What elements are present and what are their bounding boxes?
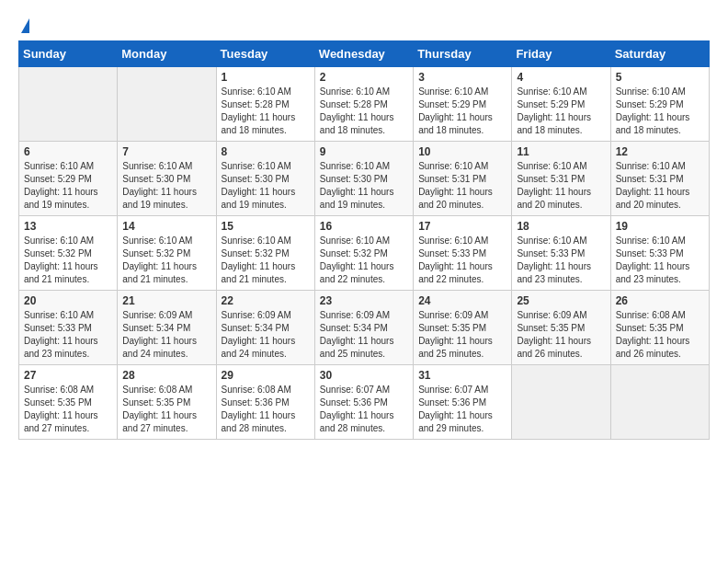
day-number: 16 xyxy=(320,220,408,233)
day-number: 19 xyxy=(616,220,704,233)
day-info: Sunrise: 6:10 AM Sunset: 5:29 PM Dayligh… xyxy=(418,86,506,137)
calendar-cell: 10Sunrise: 6:10 AM Sunset: 5:31 PM Dayli… xyxy=(414,142,512,216)
day-number: 28 xyxy=(122,369,210,382)
day-number: 4 xyxy=(517,71,605,84)
weekday-header-saturday: Saturday xyxy=(610,41,709,67)
calendar-cell xyxy=(512,365,610,440)
day-info: Sunrise: 6:09 AM Sunset: 5:34 PM Dayligh… xyxy=(222,309,310,361)
calendar-cell: 11Sunrise: 6:10 AM Sunset: 5:31 PM Dayli… xyxy=(512,142,610,216)
day-number: 25 xyxy=(517,294,605,307)
day-number: 18 xyxy=(517,220,605,233)
day-number: 3 xyxy=(418,71,506,84)
day-number: 30 xyxy=(320,369,408,382)
day-number: 6 xyxy=(24,145,112,158)
weekday-header-row: SundayMondayTuesdayWednesdayThursdayFrid… xyxy=(19,41,710,67)
calendar-cell: 7Sunrise: 6:10 AM Sunset: 5:30 PM Daylig… xyxy=(118,142,216,216)
day-info: Sunrise: 6:10 AM Sunset: 5:31 PM Dayligh… xyxy=(616,160,704,212)
calendar-week-3: 13Sunrise: 6:10 AM Sunset: 5:32 PM Dayli… xyxy=(19,216,710,291)
day-number: 23 xyxy=(320,294,408,307)
logo-arrow-icon xyxy=(21,18,29,33)
calendar-week-4: 20Sunrise: 6:10 AM Sunset: 5:33 PM Dayli… xyxy=(19,291,710,365)
day-number: 13 xyxy=(24,220,112,233)
day-info: Sunrise: 6:09 AM Sunset: 5:34 PM Dayligh… xyxy=(122,309,210,361)
day-info: Sunrise: 6:08 AM Sunset: 5:35 PM Dayligh… xyxy=(122,384,210,435)
calendar-cell: 30Sunrise: 6:07 AM Sunset: 5:36 PM Dayli… xyxy=(314,365,413,440)
day-info: Sunrise: 6:10 AM Sunset: 5:33 PM Dayligh… xyxy=(24,309,112,361)
calendar-cell: 9Sunrise: 6:10 AM Sunset: 5:30 PM Daylig… xyxy=(314,142,413,216)
calendar-cell: 27Sunrise: 6:08 AM Sunset: 5:35 PM Dayli… xyxy=(19,365,118,440)
day-number: 27 xyxy=(24,369,112,382)
day-number: 22 xyxy=(222,294,310,307)
calendar-cell: 1Sunrise: 6:10 AM Sunset: 5:28 PM Daylig… xyxy=(216,67,314,142)
day-number: 10 xyxy=(418,145,506,158)
page-header xyxy=(18,18,710,31)
day-info: Sunrise: 6:10 AM Sunset: 5:30 PM Dayligh… xyxy=(122,160,210,212)
day-number: 7 xyxy=(122,145,210,158)
calendar-cell xyxy=(610,365,709,440)
calendar-cell: 29Sunrise: 6:08 AM Sunset: 5:36 PM Dayli… xyxy=(216,365,314,440)
day-number: 8 xyxy=(222,145,310,158)
calendar-cell xyxy=(19,67,118,142)
day-info: Sunrise: 6:07 AM Sunset: 5:36 PM Dayligh… xyxy=(418,384,506,435)
weekday-header-wednesday: Wednesday xyxy=(314,41,413,67)
day-info: Sunrise: 6:08 AM Sunset: 5:35 PM Dayligh… xyxy=(24,384,112,435)
calendar-cell: 8Sunrise: 6:10 AM Sunset: 5:30 PM Daylig… xyxy=(216,142,314,216)
day-info: Sunrise: 6:10 AM Sunset: 5:32 PM Dayligh… xyxy=(122,235,210,286)
day-number: 24 xyxy=(418,294,506,307)
calendar-cell: 28Sunrise: 6:08 AM Sunset: 5:35 PM Dayli… xyxy=(118,365,216,440)
calendar-cell: 23Sunrise: 6:09 AM Sunset: 5:34 PM Dayli… xyxy=(314,291,413,365)
day-number: 2 xyxy=(320,71,408,84)
calendar-cell: 26Sunrise: 6:08 AM Sunset: 5:35 PM Dayli… xyxy=(610,291,709,365)
logo xyxy=(18,18,29,31)
calendar-cell: 31Sunrise: 6:07 AM Sunset: 5:36 PM Dayli… xyxy=(414,365,512,440)
calendar-cell: 15Sunrise: 6:10 AM Sunset: 5:32 PM Dayli… xyxy=(216,216,314,291)
day-info: Sunrise: 6:10 AM Sunset: 5:28 PM Dayligh… xyxy=(222,86,310,137)
day-info: Sunrise: 6:10 AM Sunset: 5:30 PM Dayligh… xyxy=(222,160,310,212)
day-number: 29 xyxy=(222,369,310,382)
day-number: 17 xyxy=(418,220,506,233)
weekday-header-thursday: Thursday xyxy=(414,41,512,67)
calendar-cell: 5Sunrise: 6:10 AM Sunset: 5:29 PM Daylig… xyxy=(610,67,709,142)
day-info: Sunrise: 6:09 AM Sunset: 5:35 PM Dayligh… xyxy=(418,309,506,361)
calendar-body: 1Sunrise: 6:10 AM Sunset: 5:28 PM Daylig… xyxy=(19,67,710,440)
calendar-cell: 24Sunrise: 6:09 AM Sunset: 5:35 PM Dayli… xyxy=(414,291,512,365)
day-info: Sunrise: 6:08 AM Sunset: 5:36 PM Dayligh… xyxy=(222,384,310,435)
day-info: Sunrise: 6:10 AM Sunset: 5:31 PM Dayligh… xyxy=(418,160,506,212)
weekday-header-friday: Friday xyxy=(512,41,610,67)
day-info: Sunrise: 6:10 AM Sunset: 5:33 PM Dayligh… xyxy=(616,235,704,286)
calendar-cell: 20Sunrise: 6:10 AM Sunset: 5:33 PM Dayli… xyxy=(19,291,118,365)
calendar-cell: 22Sunrise: 6:09 AM Sunset: 5:34 PM Dayli… xyxy=(216,291,314,365)
day-number: 11 xyxy=(517,145,605,158)
calendar-cell: 2Sunrise: 6:10 AM Sunset: 5:28 PM Daylig… xyxy=(314,67,413,142)
calendar-cell: 21Sunrise: 6:09 AM Sunset: 5:34 PM Dayli… xyxy=(118,291,216,365)
day-number: 20 xyxy=(24,294,112,307)
day-number: 9 xyxy=(320,145,408,158)
weekday-header-sunday: Sunday xyxy=(19,41,118,67)
day-number: 31 xyxy=(418,369,506,382)
day-info: Sunrise: 6:09 AM Sunset: 5:35 PM Dayligh… xyxy=(517,309,605,361)
day-info: Sunrise: 6:08 AM Sunset: 5:35 PM Dayligh… xyxy=(616,309,704,361)
calendar-cell: 12Sunrise: 6:10 AM Sunset: 5:31 PM Dayli… xyxy=(610,142,709,216)
day-info: Sunrise: 6:10 AM Sunset: 5:33 PM Dayligh… xyxy=(418,235,506,286)
calendar-cell: 4Sunrise: 6:10 AM Sunset: 5:29 PM Daylig… xyxy=(512,67,610,142)
day-number: 14 xyxy=(122,220,210,233)
day-info: Sunrise: 6:10 AM Sunset: 5:29 PM Dayligh… xyxy=(616,86,704,137)
calendar-cell: 3Sunrise: 6:10 AM Sunset: 5:29 PM Daylig… xyxy=(414,67,512,142)
calendar-cell: 16Sunrise: 6:10 AM Sunset: 5:32 PM Dayli… xyxy=(314,216,413,291)
weekday-header-tuesday: Tuesday xyxy=(216,41,314,67)
day-info: Sunrise: 6:09 AM Sunset: 5:34 PM Dayligh… xyxy=(320,309,408,361)
day-info: Sunrise: 6:10 AM Sunset: 5:31 PM Dayligh… xyxy=(517,160,605,212)
calendar-cell: 17Sunrise: 6:10 AM Sunset: 5:33 PM Dayli… xyxy=(414,216,512,291)
calendar-cell: 6Sunrise: 6:10 AM Sunset: 5:29 PM Daylig… xyxy=(19,142,118,216)
calendar-cell: 18Sunrise: 6:10 AM Sunset: 5:33 PM Dayli… xyxy=(512,216,610,291)
day-info: Sunrise: 6:10 AM Sunset: 5:32 PM Dayligh… xyxy=(222,235,310,286)
day-info: Sunrise: 6:10 AM Sunset: 5:29 PM Dayligh… xyxy=(24,160,112,212)
day-info: Sunrise: 6:07 AM Sunset: 5:36 PM Dayligh… xyxy=(320,384,408,435)
day-number: 15 xyxy=(222,220,310,233)
day-number: 26 xyxy=(616,294,704,307)
day-info: Sunrise: 6:10 AM Sunset: 5:30 PM Dayligh… xyxy=(320,160,408,212)
calendar-cell: 19Sunrise: 6:10 AM Sunset: 5:33 PM Dayli… xyxy=(610,216,709,291)
calendar-cell: 14Sunrise: 6:10 AM Sunset: 5:32 PM Dayli… xyxy=(118,216,216,291)
day-number: 12 xyxy=(616,145,704,158)
day-info: Sunrise: 6:10 AM Sunset: 5:32 PM Dayligh… xyxy=(24,235,112,286)
